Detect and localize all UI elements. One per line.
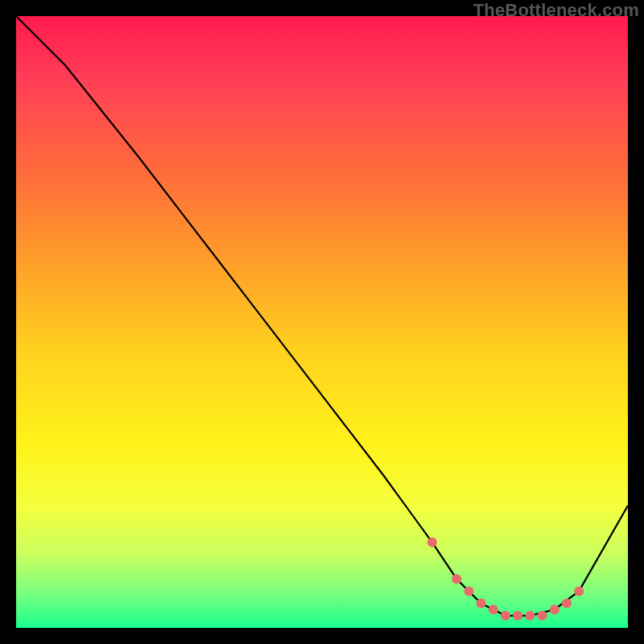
- chart-stage: TheBottleneck.com: [0, 0, 644, 644]
- marker-dot: [427, 538, 437, 547]
- marker-dot: [550, 605, 559, 614]
- curve-svg: [16, 16, 628, 628]
- marker-dot: [489, 605, 498, 614]
- marker-dot: [452, 574, 461, 584]
- marker-dot: [513, 611, 522, 621]
- plot-area: [16, 16, 628, 628]
- marker-dot: [525, 611, 535, 621]
- marker-dot: [574, 586, 584, 596]
- marker-dot: [477, 599, 486, 609]
- marker-dot: [562, 599, 572, 609]
- marker-dot: [501, 611, 510, 621]
- marker-dot: [538, 611, 547, 621]
- bottleneck-curve: [16, 16, 628, 616]
- marker-dots: [427, 538, 584, 621]
- marker-dot: [464, 586, 473, 596]
